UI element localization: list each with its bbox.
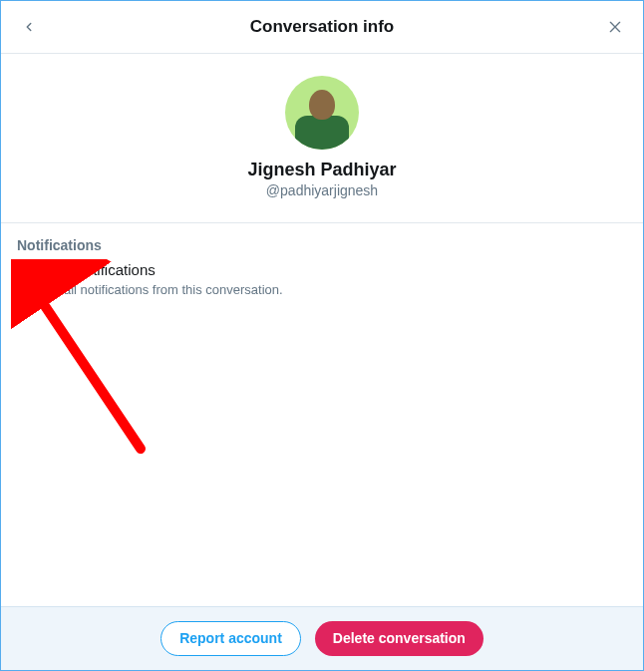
svg-line-3 xyxy=(23,273,141,449)
report-account-button[interactable]: Report account xyxy=(161,621,301,656)
notifications-section: Notifications Mute notifications Disable… xyxy=(1,223,643,606)
mute-row: Mute notifications xyxy=(17,261,627,278)
section-heading: Notifications xyxy=(17,237,627,253)
mute-description: Disable all notifications from this conv… xyxy=(17,282,627,297)
close-button[interactable] xyxy=(603,15,627,39)
header: Conversation info xyxy=(1,1,643,54)
close-icon xyxy=(607,19,623,35)
mute-label[interactable]: Mute notifications xyxy=(39,261,156,278)
avatar[interactable] xyxy=(285,76,359,150)
conversation-info-panel: Conversation info Jignesh Padhiyar @padh… xyxy=(0,0,644,671)
footer: Report account Delete conversation xyxy=(1,606,643,670)
chevron-left-icon xyxy=(22,20,36,34)
user-handle[interactable]: @padhiyarjignesh xyxy=(17,182,627,198)
display-name[interactable]: Jignesh Padhiyar xyxy=(17,160,627,180)
mute-checkbox[interactable] xyxy=(17,263,31,277)
page-title: Conversation info xyxy=(250,17,395,37)
back-button[interactable] xyxy=(17,15,41,39)
profile-section: Jignesh Padhiyar @padhiyarjignesh xyxy=(1,54,643,223)
delete-conversation-button[interactable]: Delete conversation xyxy=(315,621,483,656)
